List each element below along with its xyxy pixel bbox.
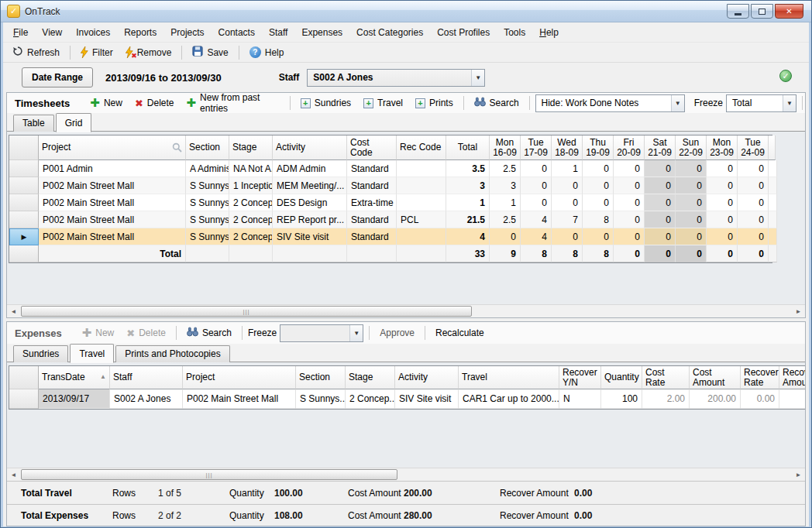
cell-cost-code[interactable]: Standard — [347, 177, 397, 194]
menu-view[interactable]: View — [35, 25, 69, 40]
ts-col-rec-code[interactable]: Rec Code — [397, 135, 446, 160]
ts-new-from-past-button[interactable]: ✚New from past entries — [181, 91, 284, 115]
cell-section[interactable]: S Sunnys... — [186, 194, 229, 211]
cell-recover-rate[interactable]: 0.00 — [741, 389, 779, 409]
cell-total[interactable]: 1 — [446, 194, 490, 211]
tab-grid[interactable]: Grid — [56, 113, 92, 132]
ts-col-total[interactable]: Total — [446, 135, 490, 160]
menu-reports[interactable]: Reports — [117, 25, 163, 40]
cell-day[interactable]: 0 — [738, 160, 769, 177]
tab-table[interactable]: Table — [13, 115, 54, 132]
cell-day[interactable]: 8 — [583, 211, 614, 228]
scrollbar-thumb[interactable]: ||| — [21, 306, 472, 317]
cell-activity[interactable]: SIV Site visit — [395, 389, 459, 409]
ts-col-section[interactable]: Section — [186, 135, 229, 160]
ts-col-day-16-09[interactable]: Mon16-09 — [490, 135, 521, 160]
cell-day[interactable]: 0 — [552, 177, 583, 194]
cell-section[interactable]: A Adminis... — [186, 160, 229, 177]
cell-day[interactable]: 7 — [552, 211, 583, 228]
ts-travel-button[interactable]: +Travel — [359, 96, 408, 110]
scrollbar-thumb[interactable]: ||| — [21, 469, 397, 480]
cell-day[interactable]: 0 — [521, 160, 552, 177]
cell-day[interactable]: 0 — [676, 228, 707, 245]
cell-day[interactable]: 0 — [707, 211, 738, 228]
minimize-button[interactable] — [727, 4, 749, 19]
restore-button[interactable] — [751, 4, 773, 19]
cell-cost-code[interactable]: Extra-time — [347, 194, 397, 211]
ts-delete-button[interactable]: ✖Delete — [130, 96, 179, 111]
menu-expenses[interactable]: Expenses — [294, 25, 349, 40]
menu-file[interactable]: File — [6, 25, 35, 40]
cell-day[interactable]: 0 — [614, 177, 645, 194]
cell-transdate[interactable]: 2013/09/17 — [39, 389, 110, 409]
date-range-button[interactable]: Date Range — [22, 67, 93, 87]
ts-col-project[interactable]: Project — [39, 135, 186, 160]
cell-total[interactable]: 3.5 — [446, 160, 490, 177]
exp-col-cost-amount[interactable]: Cost Amount — [690, 366, 741, 389]
refresh-button[interactable]: Refresh — [8, 44, 64, 60]
exp-col-section[interactable]: Section — [296, 366, 346, 389]
cell-rec-code[interactable] — [397, 160, 446, 177]
cell-project[interactable]: P002 Main Street Mall — [39, 194, 186, 211]
cell-rec-code[interactable] — [397, 194, 446, 211]
menu-projects[interactable]: Projects — [163, 25, 211, 40]
cell-day[interactable]: 0 — [738, 177, 769, 194]
menu-cost-profiles[interactable]: Cost Profiles — [430, 25, 497, 40]
ts-col-day-17-09[interactable]: Tue17-09 — [521, 135, 552, 160]
cell-day[interactable]: 0 — [490, 228, 521, 245]
freeze-select[interactable]: Total▼ — [726, 94, 797, 112]
row-selector[interactable] — [9, 194, 39, 211]
scroll-left-icon[interactable]: ◄ — [7, 468, 20, 481]
menu-staff[interactable]: Staff — [262, 25, 294, 40]
cell-day[interactable]: 1 — [490, 194, 521, 211]
ts-col-day-20-09[interactable]: Fri20-09 — [614, 135, 645, 160]
cell-day[interactable]: 0 — [738, 194, 769, 211]
exp-col-stage[interactable]: Stage — [346, 366, 395, 389]
ts-search-button[interactable]: Search — [470, 95, 524, 111]
cell-cost-code[interactable]: Standard — [347, 160, 397, 177]
ts-col-activity[interactable]: Activity — [273, 135, 347, 160]
exp-col-recover-y-n[interactable]: Recover Y/N — [559, 366, 601, 389]
cell-section[interactable]: S Sunnys... — [186, 211, 229, 228]
exp-col-project[interactable]: Project — [183, 366, 296, 389]
exp-new-button[interactable]: ✚New — [77, 326, 119, 340]
approve-button[interactable]: Approve — [375, 326, 419, 340]
cell-activity[interactable]: ADM Admin — [273, 160, 347, 177]
exp-delete-button[interactable]: ✖Delete — [122, 326, 170, 341]
ts-col-day-22-09[interactable]: Sun22-09 — [676, 135, 707, 160]
exp-search-button[interactable]: Search — [182, 325, 236, 341]
cell-cost-code[interactable]: Standard — [347, 211, 397, 228]
cell-day[interactable]: 0 — [614, 211, 645, 228]
menu-help[interactable]: Help — [532, 25, 566, 40]
cell-day[interactable]: 0 — [614, 160, 645, 177]
cell-cost-code[interactable]: Standard — [347, 228, 397, 245]
scroll-left-icon[interactable]: ◄ — [7, 305, 20, 317]
cell-day[interactable]: 0 — [552, 228, 583, 245]
cell-day[interactable]: 0 — [614, 194, 645, 211]
cell-project[interactable]: P002 Main Street Mall — [183, 389, 296, 409]
cell-day[interactable]: 0 — [738, 228, 769, 245]
cell-project[interactable]: P001 Admin — [39, 160, 186, 177]
exp-col-recover-amount[interactable]: Recover Amount — [779, 366, 805, 389]
help-button[interactable]: ?Help — [245, 45, 289, 60]
recalculate-button[interactable]: Recalculate — [431, 326, 489, 340]
ts-sundries-button[interactable]: +Sundries — [296, 96, 356, 110]
cell-recover-yn[interactable]: N — [559, 389, 601, 409]
filter-button[interactable]: Filter — [76, 45, 118, 60]
cell-day[interactable]: 0 — [552, 194, 583, 211]
cell-stage[interactable]: 2 Concep... — [346, 389, 395, 409]
row-selector[interactable] — [9, 389, 39, 409]
cell-cost-rate[interactable]: 2.00 — [642, 389, 690, 409]
tab-travel[interactable]: Travel — [70, 344, 114, 363]
row-selector[interactable] — [9, 177, 39, 194]
cell-day[interactable]: 2.5 — [490, 211, 521, 228]
close-button[interactable]: ✕ — [775, 4, 803, 19]
exp-col-activity[interactable]: Activity — [395, 366, 459, 389]
row-selector[interactable]: ▶ — [9, 228, 39, 245]
cell-stage[interactable]: 2 Concep... — [229, 228, 273, 245]
row-selector[interactable] — [9, 211, 39, 228]
cell-section[interactable]: S Sunnys... — [296, 389, 346, 409]
row-selector[interactable] — [9, 160, 39, 177]
cell-activity[interactable]: REP Report pr... — [273, 211, 347, 228]
hide-notes-select[interactable]: Hide: Work Done Notes▼ — [535, 94, 685, 112]
